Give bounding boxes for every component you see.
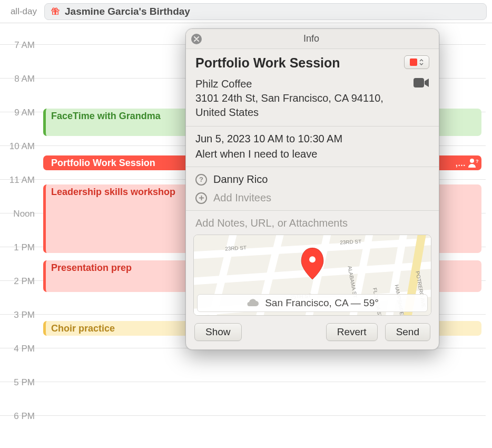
weather-bar: San Francisco, CA — 59° bbox=[197, 294, 428, 312]
all-day-event-title: Jasmine Garcia's Birthday bbox=[65, 6, 190, 17]
location-field[interactable]: Philz Coffee 3101 24th St, San Francisco… bbox=[195, 77, 407, 120]
calendar-event-title: Portfolio Work Session bbox=[51, 158, 155, 168]
action-button-row: Show Revert Send bbox=[186, 316, 439, 349]
street-label: 23RD ST bbox=[225, 245, 247, 251]
send-button[interactable]: Send bbox=[385, 323, 430, 341]
notes-and-map-section: Add Notes, URL, or Attachments bbox=[186, 211, 439, 349]
datetime-section[interactable]: Jun 5, 2023 10 AM to 10:30 AM Alert when… bbox=[186, 126, 439, 167]
add-invitees-button[interactable]: Add Invitees bbox=[195, 192, 429, 204]
svg-rect-2 bbox=[414, 78, 424, 87]
hour-label: 11 AM bbox=[0, 175, 39, 186]
hour-line: 6 PM bbox=[0, 415, 486, 448]
location-name: Philz Coffee bbox=[195, 78, 252, 90]
hour-label: 10 AM bbox=[0, 141, 39, 152]
event-info-popover: Info Portfolio Work Session Philz Coffee… bbox=[185, 28, 439, 350]
alert-line: Alert when I need to leave bbox=[195, 148, 429, 160]
invitee-status-badge: ,…? bbox=[456, 157, 479, 169]
invitee-name[interactable]: Danny Rico bbox=[213, 173, 268, 186]
location-address: 3101 24th St, San Francisco, CA 94110, U… bbox=[195, 92, 383, 118]
popover-title: Info bbox=[191, 33, 431, 44]
street-label: 23RD ST bbox=[340, 238, 361, 245]
all-day-label: all-day bbox=[0, 6, 41, 17]
weather-location-temp: San Francisco, CA — 59° bbox=[265, 297, 379, 309]
calendar-event-title: Leadership skills workshop bbox=[51, 187, 175, 197]
hour-label: Noon bbox=[0, 209, 39, 219]
location-map[interactable]: 23RD ST 23RD ST 25TH ST ALABAMA ST FLORI… bbox=[193, 235, 431, 316]
all-day-event[interactable]: Jasmine Garcia's Birthday bbox=[44, 3, 487, 20]
hour-label: 3 PM bbox=[0, 310, 39, 320]
show-button[interactable]: Show bbox=[194, 323, 242, 341]
hour-label: 2 PM bbox=[0, 276, 39, 287]
svg-point-15 bbox=[309, 256, 316, 262]
add-invitees-label: Add Invitees bbox=[213, 192, 271, 204]
calendar-color-swatch bbox=[410, 59, 417, 66]
revert-button[interactable]: Revert bbox=[326, 323, 378, 341]
svg-text:?: ? bbox=[476, 159, 479, 164]
notes-placeholder[interactable]: Add Notes, URL, or Attachments bbox=[186, 211, 439, 231]
hour-label: 9 AM bbox=[0, 108, 39, 118]
calendar-event-title: Choir practice bbox=[51, 323, 115, 334]
title-section: Portfolio Work Session Philz Coffee 3101… bbox=[186, 49, 439, 126]
question-circle-icon: ? bbox=[195, 174, 207, 186]
gift-icon bbox=[50, 6, 61, 17]
hour-line: 5 PM bbox=[0, 382, 486, 415]
hour-label: 7 AM bbox=[0, 40, 39, 51]
hour-label: 6 PM bbox=[0, 411, 39, 422]
event-title-field[interactable]: Portfolio Work Session bbox=[195, 55, 399, 71]
all-day-row: all-day Jasmine Garcia's Birthday bbox=[0, 0, 492, 23]
hour-label: 8 AM bbox=[0, 74, 39, 84]
calendar-event-title: FaceTime with Grandma bbox=[51, 111, 161, 121]
datetime-line: Jun 5, 2023 10 AM to 10:30 AM bbox=[195, 133, 429, 145]
hour-label: 4 PM bbox=[0, 344, 39, 354]
hour-line: 4 PM bbox=[0, 348, 486, 382]
chevron-updown-icon bbox=[419, 59, 424, 65]
hour-label: 1 PM bbox=[0, 242, 39, 253]
video-camera-icon[interactable] bbox=[414, 77, 429, 89]
popover-header: Info bbox=[186, 29, 439, 49]
invitees-section: ? Danny Rico Add Invitees bbox=[186, 167, 439, 211]
hour-label: 5 PM bbox=[0, 377, 39, 388]
svg-point-0 bbox=[470, 159, 474, 163]
calendar-color-picker[interactable] bbox=[404, 55, 429, 69]
cloud-icon bbox=[246, 297, 260, 309]
plus-circle-icon bbox=[195, 192, 207, 204]
calendar-event-title: Presentation prep bbox=[51, 262, 132, 273]
svg-rect-4 bbox=[199, 198, 203, 199]
